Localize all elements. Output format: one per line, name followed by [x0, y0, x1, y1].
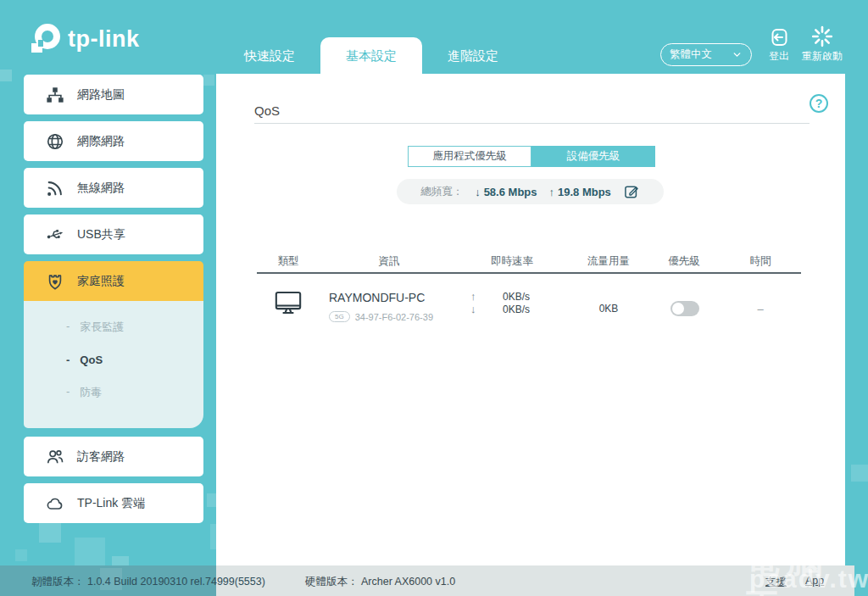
edit-bandwidth-button[interactable]: [623, 183, 640, 200]
shield-heart-icon: [46, 272, 64, 291]
sidebar-submenu: - 家長監護 - QoS - 防毒: [24, 301, 203, 428]
column-header-traffic-usage: 流量用量: [570, 254, 647, 269]
tab-application-priority[interactable]: 應用程式優先級: [408, 146, 531, 167]
upload-rate: 0KB/s: [503, 291, 530, 303]
priority-toggle[interactable]: [670, 301, 699, 316]
sidebar-subitem-parental-controls[interactable]: - 家長監護: [24, 320, 203, 335]
sidebar-subitem-qos[interactable]: - QoS: [24, 354, 203, 366]
tab-device-priority[interactable]: 設備優先級: [531, 146, 655, 167]
upload-bandwidth: ↑ 19.8 Mbps: [549, 186, 611, 198]
sidebar-item-usb-sharing[interactable]: USB共享: [24, 214, 203, 254]
submenu-bullet: -: [66, 354, 70, 366]
device-details: 5G 34-97-F6-02-76-39: [329, 311, 433, 322]
tab-quick-setup[interactable]: 快速設定: [222, 37, 317, 74]
logout-label: 登出: [763, 50, 795, 62]
download-bandwidth: ↓ 58.6 Mbps: [475, 186, 537, 198]
toggle-knob: [672, 303, 684, 315]
submenu-bullet: -: [66, 385, 70, 400]
edit-icon: [623, 183, 640, 200]
hardware-version: 硬體版本： Archer AX6000 v1.0: [305, 575, 455, 589]
tp-link-logo: tp-link: [25, 20, 140, 58]
submenu-bullet: -: [66, 320, 70, 335]
decor-square: [203, 75, 214, 86]
firmware-label: 韌體版本：: [31, 576, 85, 588]
column-header-type: 類型: [250, 254, 326, 269]
rate-values: 0KB/s 0KB/s: [503, 291, 530, 316]
up-arrow-icon: ↑: [470, 290, 476, 303]
sidebar-subitem-antivirus[interactable]: - 防毒: [24, 385, 203, 400]
tp-link-logo-icon: [25, 20, 63, 58]
column-header-info: 資訊: [351, 254, 427, 269]
restart-icon: [811, 25, 833, 47]
sidebar-item-family-care[interactable]: 家庭照護: [24, 261, 203, 301]
hardware-value: Archer AX6000 v1.0: [361, 576, 455, 588]
column-header-time: 時間: [722, 254, 798, 269]
tab-advanced-setup[interactable]: 進階設定: [424, 37, 522, 74]
tab-basic-setup[interactable]: 基本設定: [320, 37, 422, 74]
priority-mode-tabs: 應用程式優先級 設備優先級: [408, 146, 655, 167]
sidebar-item-network-map[interactable]: 網路地圖: [24, 75, 203, 114]
total-bandwidth-bar: 總頻寬： ↓ 58.6 Mbps ↑ 19.8 Mbps: [397, 179, 664, 204]
sidebar-item-label: 網際網路: [77, 134, 125, 149]
device-mac: 34-97-F6-02-76-39: [355, 312, 433, 322]
submenu-label: 防毒: [80, 385, 102, 400]
down-arrow-icon: ↓: [470, 303, 476, 315]
decor-square: [851, 465, 868, 482]
decor-square: [15, 549, 27, 561]
device-name: RAYMONDFU-PC: [329, 291, 425, 304]
sidebar-item-internet[interactable]: 網際網路: [24, 121, 203, 161]
help-icon[interactable]: ?: [810, 94, 828, 113]
time-value: –: [722, 303, 798, 315]
app-link[interactable]: App: [805, 575, 824, 587]
usb-icon: [46, 226, 64, 244]
monitor-icon: [273, 288, 303, 317]
firmware-value: 1.0.4 Build 20190310 rel.74999(5553): [87, 576, 265, 588]
submenu-label: 家長監護: [80, 320, 124, 335]
logo-text: tp-link: [68, 26, 140, 53]
chevron-down-icon: [732, 49, 743, 60]
column-header-priority: 優先級: [646, 254, 722, 269]
decor-square: [0, 70, 12, 81]
restart-label: 重新啟動: [800, 50, 844, 62]
network-map-icon: [46, 86, 64, 104]
sidebar-item-label: TP-Link 雲端: [77, 496, 145, 511]
logout-button[interactable]: 登出: [763, 27, 795, 62]
download-rate: 0KB/s: [503, 304, 530, 315]
sidebar: 網路地圖 網際網路 無線網路: [24, 75, 203, 530]
main-panel: QoS ? 應用程式優先級 設備優先級 總頻寬： ↓ 58.6 Mbps ↑ 1…: [216, 74, 845, 565]
upload-arrow-icon: ↑: [549, 186, 555, 198]
firmware-version: 韌體版本： 1.0.4 Build 20190310 rel.74999(555…: [31, 575, 265, 589]
decor-square: [75, 538, 105, 568]
page: tp-link 快速設定 基本設定 進階設定 繁體中文 登出: [0, 0, 868, 596]
hardware-label: 硬體版本：: [305, 576, 359, 588]
sidebar-item-label: 訪客網路: [77, 449, 125, 465]
submenu-label: QoS: [80, 354, 103, 366]
restart-button[interactable]: 重新啟動: [800, 25, 844, 62]
sidebar-item-label: 家庭照護: [77, 274, 125, 289]
language-select[interactable]: 繁體中文: [660, 43, 752, 66]
column-header-realtime-rate: 即時速率: [474, 254, 550, 269]
bandwidth-label: 總頻寬：: [420, 185, 463, 199]
cloud-icon: [46, 494, 64, 513]
wifi-icon: [46, 179, 64, 198]
page-title: QoS: [254, 103, 280, 118]
traffic-usage: 0KB: [570, 303, 647, 315]
globe-icon: [46, 132, 64, 151]
title-divider: [254, 123, 810, 124]
sidebar-item-tplink-cloud[interactable]: TP-Link 雲端: [24, 483, 203, 523]
sidebar-item-guest-network[interactable]: 訪客網路: [24, 437, 203, 476]
table-header-divider: [257, 272, 801, 274]
people-icon: [46, 448, 64, 466]
download-arrow-icon: ↓: [475, 186, 481, 198]
sidebar-item-label: 網路地圖: [77, 87, 125, 103]
rate-arrows: ↑ ↓: [470, 290, 476, 315]
logout-icon: [769, 27, 789, 47]
sidebar-item-wireless[interactable]: 無線網路: [24, 168, 203, 208]
sidebar-item-label: USB共享: [77, 227, 125, 242]
sidebar-item-label: 無線網路: [77, 181, 125, 196]
support-link[interactable]: 支援: [765, 575, 787, 589]
band-badge: 5G: [329, 311, 350, 322]
language-value: 繁體中文: [670, 47, 712, 62]
